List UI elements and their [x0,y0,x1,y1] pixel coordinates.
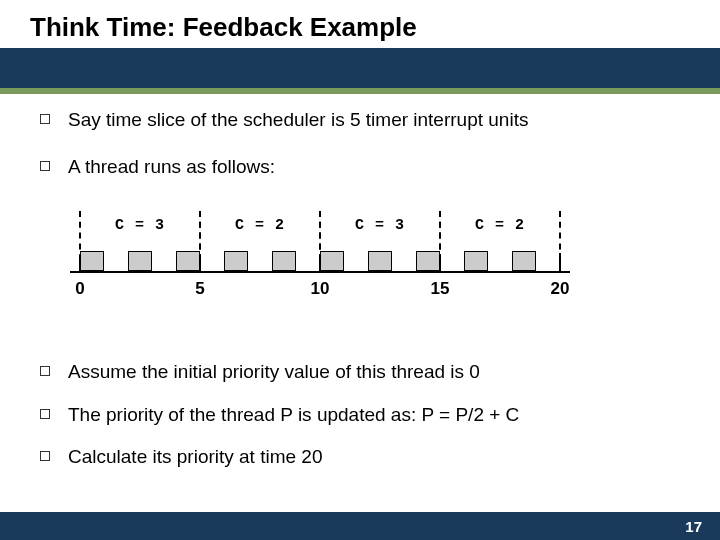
bullet-text: Calculate its priority at time 20 [68,445,323,470]
burst-box [320,251,344,271]
bullet-item: A thread runs as follows: [40,155,680,180]
accent-bar [0,88,720,94]
bullet-text: Say time slice of the scheduler is 5 tim… [68,108,528,133]
burst-box [464,251,488,271]
footer-band: 17 [0,512,720,540]
timeline-diagram: 05101520C = 3C = 2C = 3C = 2 [70,201,590,321]
bullet-text: Assume the initial priority value of thi… [68,360,480,385]
bullet-item: Say time slice of the scheduler is 5 tim… [40,108,680,133]
bullet-text: A thread runs as follows: [68,155,275,180]
square-bullet-icon [40,161,50,171]
segment-divider [439,211,441,271]
segment-divider [559,211,561,271]
burst-box [368,251,392,271]
header-band [0,48,720,88]
square-bullet-icon [40,409,50,419]
timeline-tick-label: 15 [431,279,450,299]
square-bullet-icon [40,366,50,376]
timeline-tick-label: 5 [195,279,204,299]
square-bullet-icon [40,451,50,461]
lower-bullets: Assume the initial priority value of thi… [40,360,680,488]
square-bullet-icon [40,114,50,124]
burst-box [128,251,152,271]
segment-c-label: C = 2 [235,217,285,234]
content-area: Say time slice of the scheduler is 5 tim… [40,108,680,345]
burst-box [272,251,296,271]
burst-box [80,251,104,271]
burst-box [176,251,200,271]
timeline-tick-label: 20 [551,279,570,299]
bullet-text: The priority of the thread P is updated … [68,403,519,428]
page-number: 17 [685,518,702,535]
slide-title: Think Time: Feedback Example [30,12,417,43]
timeline-tick-label: 10 [311,279,330,299]
segment-c-label: C = 2 [475,217,525,234]
burst-box [512,251,536,271]
timeline-tick-label: 0 [75,279,84,299]
segment-c-label: C = 3 [115,217,165,234]
burst-box [224,251,248,271]
segment-c-label: C = 3 [355,217,405,234]
bullet-item: Assume the initial priority value of thi… [40,360,680,385]
burst-box [416,251,440,271]
bullet-item: Calculate its priority at time 20 [40,445,680,470]
segment-divider [199,211,201,271]
bullet-item: The priority of the thread P is updated … [40,403,680,428]
